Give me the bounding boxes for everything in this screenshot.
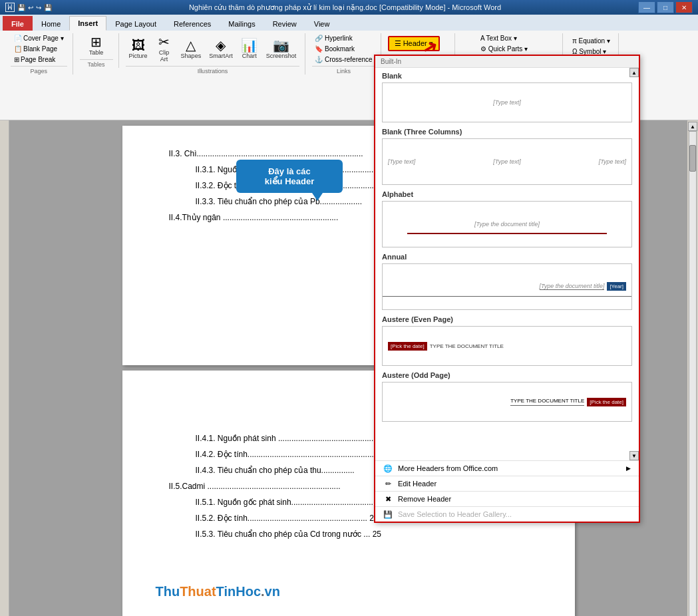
text-box-button[interactable]: A Text Box ▾	[478, 33, 520, 43]
more-headers-item[interactable]: 🌐 More Headers from Office.com ▶	[375, 460, 639, 476]
tab-page-layout[interactable]: Page Layout	[106, 16, 165, 31]
dropdown-scroll-up[interactable]: ▲	[629, 68, 639, 77]
shapes-button[interactable]: △ Shapes	[178, 37, 205, 61]
blank-placeholder: [Type text]	[383, 96, 631, 108]
equation-button[interactable]: π Equation ▾	[570, 36, 613, 46]
preview-three-col[interactable]: [Type text] [Type text] [Type text]	[382, 138, 632, 185]
tab-file[interactable]: File	[3, 16, 33, 31]
scroll-track[interactable]	[689, 131, 697, 616]
header-dropdown-panel: Built-In ▲ Blank [Type text] Blank (Thre…	[374, 55, 640, 523]
submenu-arrow-icon: ▶	[626, 465, 631, 472]
remove-header-icon: ✖	[383, 494, 393, 504]
doc-line-12: II.5.3. Tiêu chuẩn cho phép của Cd trong…	[156, 526, 542, 542]
col1-placeholder: [Type text]	[388, 158, 415, 165]
left-ruler	[0, 120, 9, 616]
quick-parts-button[interactable]: ⚙ Quick Parts ▾	[478, 44, 530, 54]
tables-group-label: Tables	[80, 59, 113, 68]
more-headers-label: More Headers from Office.com	[398, 464, 498, 472]
screenshot-icon: 📷	[273, 39, 289, 52]
page-break-label: Page Break	[21, 56, 55, 63]
ribbon-group-illustrations: 🖼 Picture ✂ ClipArt △ Shapes ◈ SmartArt …	[120, 33, 306, 75]
preview-blank[interactable]: [Type text]	[382, 82, 632, 122]
alphabet-content: [Type the document title]	[407, 214, 606, 234]
table-icon: ⊞	[90, 35, 102, 49]
section-annual-label: Annual	[375, 249, 639, 262]
edit-header-label: Edit Header	[398, 480, 436, 488]
scroll-up-button[interactable]: ▲	[688, 122, 697, 131]
section-austere-odd-label: Austere (Odd Page)	[375, 367, 639, 381]
col3-placeholder: [Type text]	[599, 158, 626, 165]
page-break-button[interactable]: ⊞ Page Break	[11, 55, 67, 65]
table-button[interactable]: ⊞ Table	[80, 33, 113, 58]
right-scrollbar: ▲ ▼	[687, 120, 698, 616]
scroll-handle[interactable]	[689, 145, 696, 172]
tab-mailings[interactable]: Mailings	[220, 16, 263, 31]
tab-home[interactable]: Home	[33, 16, 69, 31]
tab-view[interactable]: View	[305, 16, 339, 31]
title-bar-left: 🅆 💾 ↩ ↪ 💾	[5, 2, 52, 13]
screenshot-label: Screenshot	[266, 53, 297, 59]
tab-insert[interactable]: Insert	[69, 16, 106, 31]
close-button[interactable]: ✕	[675, 1, 693, 13]
cover-page-label: Cover Page ▾	[23, 35, 64, 42]
smartart-button[interactable]: ◈ SmartArt	[206, 37, 236, 61]
ribbon-group-links: 🔗 Hyperlink 🔖 Bookmark ⚓ Cross-reference…	[307, 33, 381, 75]
links-group-label: Links	[312, 66, 375, 75]
header-icon: ☰	[395, 39, 401, 48]
clip-art-label: ClipArt	[159, 49, 170, 63]
austere-odd-title: TYPE THE DOCUMENT TITLE	[510, 398, 584, 406]
tooltip-line1: Đây là các	[247, 166, 332, 176]
tooltip-line2: kiểu Header	[247, 176, 332, 186]
blank-page-button[interactable]: 📋 Blank Page	[11, 44, 67, 54]
illustrations-group-label: Illustrations	[126, 66, 300, 75]
picture-button[interactable]: 🖼 Picture	[126, 37, 151, 61]
screenshot-button[interactable]: 📷 Screenshot	[263, 37, 300, 61]
annual-content: [Type the document title] [Year]	[383, 277, 631, 297]
window-title: Nghiên cứu thăm dò phương pháp xử lí kim…	[52, 3, 638, 12]
blank-page-label: Blank Page	[23, 45, 57, 53]
tooltip-bubble: Đây là các kiểu Header	[236, 160, 343, 193]
preview-annual[interactable]: [Type the document title] [Year]	[382, 263, 632, 310]
clip-art-icon: ✂	[158, 35, 170, 49]
dropdown-scroll-area[interactable]: ▲ Blank [Type text] Blank (Three Columns…	[375, 68, 639, 460]
ribbon-tabs: File Home Insert Page Layout References …	[0, 15, 698, 31]
austere-even-content: [Pick the date] TYPE THE DOCUMENT TITLE	[383, 337, 631, 356]
alphabet-placeholder: [Type the document title]	[474, 221, 540, 228]
shapes-icon: △	[186, 39, 196, 52]
picture-label: Picture	[129, 53, 148, 59]
picture-icon: 🖼	[132, 39, 145, 52]
preview-alphabet[interactable]: [Type the document title]	[382, 201, 632, 247]
smartart-label: SmartArt	[209, 53, 233, 59]
section-alphabet-label: Alphabet	[375, 186, 639, 200]
maximize-button[interactable]: □	[657, 1, 674, 13]
title-bar: 🅆 💾 ↩ ↪ 💾 Nghiên cứu thăm dò phương pháp…	[0, 0, 698, 15]
hyperlink-button[interactable]: 🔗 Hyperlink	[312, 33, 355, 43]
save-to-gallery-label: Save Selection to Header Gallery...	[398, 510, 512, 518]
word-logo-icon: 🅆	[5, 2, 15, 13]
title-bar-controls: — □ ✕	[638, 1, 693, 13]
preview-austere-even[interactable]: [Pick the date] TYPE THE DOCUMENT TITLE	[382, 326, 632, 366]
edit-header-icon: ✏	[383, 479, 393, 488]
cover-page-button[interactable]: 📄 Cover Page ▾	[11, 33, 67, 43]
minimize-button[interactable]: —	[638, 1, 655, 13]
edit-header-item[interactable]: ✏ Edit Header	[375, 476, 639, 491]
more-headers-icon: 🌐	[383, 464, 393, 473]
remove-header-item[interactable]: ✖ Remove Header	[375, 491, 639, 506]
chart-label: Chart	[242, 53, 257, 59]
smartart-icon: ◈	[216, 39, 226, 52]
preview-austere-odd[interactable]: TYPE THE DOCUMENT TITLE [Pick the date]	[382, 382, 632, 422]
tab-review[interactable]: Review	[264, 16, 305, 31]
illustrations-buttons: 🖼 Picture ✂ ClipArt △ Shapes ◈ SmartArt …	[126, 33, 300, 65]
dropdown-header: Built-In	[375, 56, 639, 68]
chart-button[interactable]: 📊 Chart	[238, 37, 262, 61]
page-break-icon: ⊞	[14, 56, 19, 63]
annual-placeholder: [Type the document title]	[540, 283, 605, 290]
section-blank-label: Blank	[375, 68, 639, 81]
bookmark-button[interactable]: 🔖 Bookmark	[312, 44, 357, 54]
dropdown-scroll-down[interactable]: ▼	[629, 451, 639, 460]
cross-reference-button[interactable]: ⚓ Cross-reference	[312, 55, 375, 65]
tab-references[interactable]: References	[165, 16, 220, 31]
watermark: ThuThuatTinHoc.vn	[156, 579, 280, 603]
clip-art-button[interactable]: ✂ ClipArt	[152, 33, 176, 65]
save-to-gallery-item: 💾 Save Selection to Header Gallery...	[375, 506, 639, 522]
